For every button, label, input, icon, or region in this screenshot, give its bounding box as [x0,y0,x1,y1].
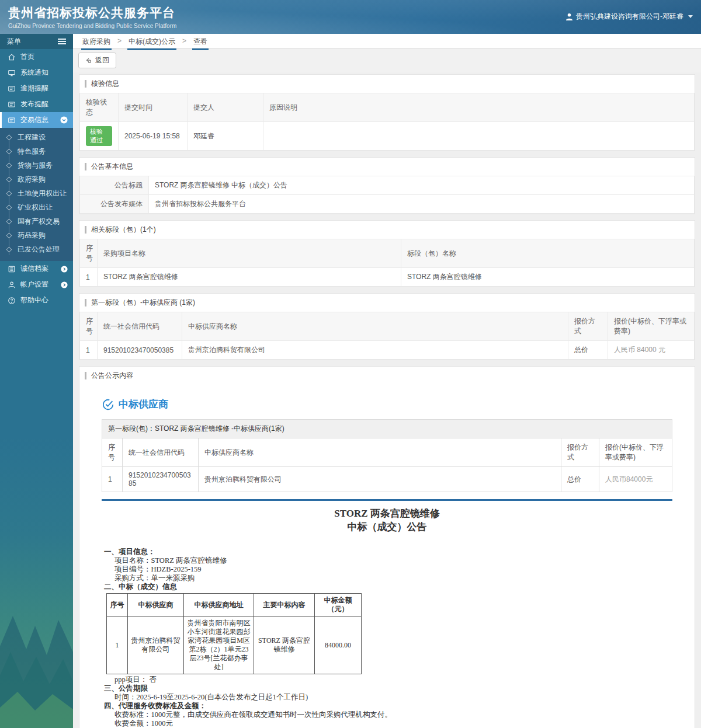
doc-line: 二、中标（成交）信息 [102,583,672,591]
supplier-name-cell: 贵州京泊腾科贸有限公司 [182,341,568,360]
blue-divider [102,499,672,501]
breadcrumb-gov-procurement[interactable]: 政府采购 [81,36,112,50]
section-title: 公告基本信息 [79,158,695,176]
sidebar-subitem-engineering[interactable]: 工程建设 [0,130,73,144]
sidebar-subitem-land-use[interactable]: 土地使用权出让 [0,186,73,200]
breadcrumb-award-notice[interactable]: 中标(成交)公示 [127,36,176,50]
doc-line: 项目名称：STORZ 两条宫腔镜维修 [102,556,672,565]
folder-icon [8,116,16,124]
chevron-right-circle-icon [61,266,68,273]
back-button[interactable]: 返回 [78,53,116,68]
sidebar-item-label: 逾期提醒 [20,83,48,93]
sidebar-item-credit-archive[interactable]: 诚信档案 [0,261,73,277]
user-menu[interactable]: 贵州弘典建设咨询有限公司-邓廷睿 [565,12,693,22]
breadcrumb-separator: > [117,36,122,45]
breadcrumb: 政府采购 > 中标(成交)公示 > 查看 [73,34,701,48]
sidebar-menu-header: 菜单 [0,34,73,49]
help-circle-icon [8,297,16,305]
main-content: 政府采购 > 中标(成交)公示 > 查看 返回 核验信息 核验状态 提交时间 提… [73,34,701,728]
credit-code-cell: 915201023470050385 [98,341,182,360]
col-credit-code: 统一社会信用代码 [123,438,199,467]
col-quote-value: 报价(中标价、下浮率或费率) [599,438,672,467]
user-icon [565,13,573,20]
sidebar-subitem-goods-services[interactable]: 货物与服务 [0,158,73,172]
title-bar-icon [85,226,86,234]
status-badge: 核验通过 [86,126,112,146]
doc-line: 项目编号：HDZB-2025-159 [102,565,672,574]
table-caption-row: 第一标段(包)：STORZ 两条宫腔镜维修 -中标供应商(1家) [102,420,672,438]
sidebar-subitem-special-services[interactable]: 特色服务 [0,144,73,158]
sidebar-item-label: 系统通知 [20,68,48,78]
sidebar-item-account-settings[interactable]: 帐户设置 [0,277,73,292]
sidebar-item-overdue-reminder[interactable]: 逾期提醒 [0,81,73,96]
title-bar-icon [85,80,86,88]
mountain-decoration [0,594,73,728]
col-project-name: 采购项目名称 [98,239,401,268]
quote-value-cell: 人民币84000元 [599,467,672,492]
title-bar-icon [85,372,86,379]
title-bar-icon [85,299,86,306]
quote-value-cell: 人民币 84000 元 [608,341,695,360]
award-info-table: 序号 中标供应商 中标供应商地址 主要中标内容 中标金额（元） 1 贵州京泊腾科… [106,593,362,674]
col-index: 序号 [80,312,98,341]
table-row: 1 STORZ 两条宫腔镜维修 STORZ 两条宫腔镜维修 [80,268,695,287]
sidebar-nav: 首页 系统通知 逾期提醒 发布提醒 交易信息 工程建设 特色服务 货物与服务 政… [0,49,73,308]
document-body: 一、项目信息： 项目名称：STORZ 两条宫腔镜维修 项目编号：HDZB-202… [102,548,672,728]
col-award-content: 主要中标内容 [254,594,315,616]
sidebar-subitem-state-property[interactable]: 国有产权交易 [0,214,73,228]
sidebar-item-publish-reminder[interactable]: 发布提醒 [0,96,73,112]
doc-line: 一、项目信息： [102,548,672,556]
breadcrumb-view[interactable]: 查看 [192,36,209,50]
verify-status-cell: 核验通过 [80,122,119,151]
hamburger-icon[interactable] [58,37,66,46]
sidebar-subitem-gov-procurement[interactable]: 政府采购 [0,172,73,186]
sidebar-item-label: 发布提醒 [20,99,48,109]
section-basic-info: 公告基本信息 公告标题 STORZ 两条宫腔镜维修 中标（成交）公告 公告发布媒… [79,157,695,214]
col-quote-method: 报价方式 [568,312,608,341]
page-subtitle: GuiZhou Province Tendering and Bidding P… [8,23,176,29]
table-header-row: 序号 统一社会信用代码 中标供应商名称 报价方式 报价(中标价、下浮率或费率) [102,438,672,467]
sidebar-subitem-published-notices[interactable]: 已发公告处理 [0,242,73,256]
section-title: 公告公示内容 [79,367,695,385]
verification-table: 核验状态 提交时间 提交人 原因说明 核验通过 2025-06-19 15:58… [79,93,695,151]
supplier-address-cell: 贵州省贵阳市南明区小车河街道花果园彭家湾花果园项目M区第2栋（2）1单元23层2… [184,616,254,674]
submit-time-cell: 2025-06-19 15:58 [119,122,188,151]
table-header-row: 序号 统一社会信用代码 中标供应商名称 报价方式 报价(中标价、下浮率或费率) [80,312,695,341]
col-verify-status: 核验状态 [80,93,119,122]
index-cell: 1 [102,467,123,492]
col-index: 序号 [107,594,128,616]
sidebar-item-label: 首页 [20,52,34,62]
section-title: 相关标段（包）(1个) [79,221,695,239]
lots-table: 序号 采购项目名称 标段（包）名称 1 STORZ 两条宫腔镜维修 STORZ … [79,239,695,287]
lot-caption: 第一标段(包)：STORZ 两条宫腔镜维修 -中标供应商(1家) [102,420,672,438]
doc-line: 收费标准：1000元整，由成交供应商在领取成交通知书时一次性向采购代理机构支付。 [102,710,672,719]
sidebar-item-notifications[interactable]: 系统通知 [0,65,73,81]
sidebar-item-home[interactable]: 首页 [0,49,73,65]
index-cell: 1 [107,616,128,674]
reason-cell [263,122,695,151]
doc-line: 时间：2025-6-19至2025-6-20(自本公告发布之日起1个工作日) [102,693,672,702]
home-icon [8,53,16,61]
publish-media-value: 贵州省招标投标公共服务平台 [149,195,695,214]
doc-line: 四、代理服务收费标准及金额： [102,702,672,710]
sidebar-item-help-center[interactable]: 帮助中心 [0,292,73,308]
sections: 核验信息 核验状态 提交时间 提交人 原因说明 核验通过 2025-06-19 … [73,72,701,728]
folder-icon [8,100,16,109]
quote-method-cell: 总价 [568,341,608,360]
sidebar-item-transaction-info[interactable]: 交易信息 [0,112,73,128]
announcement-winner-table: 第一标段(包)：STORZ 两条宫腔镜维修 -中标供应商(1家) 序号 统一社会… [102,419,672,492]
table-row: 核验通过 2025-06-19 15:58 邓廷睿 [80,122,695,151]
col-index: 序号 [80,239,98,268]
award-amount-cell: 84000.00 [315,616,362,674]
sidebar-subitem-mining-rights[interactable]: 矿业权出让 [0,200,73,214]
col-supplier-address: 中标供应商地址 [184,594,254,616]
sidebar-subitem-drug-procurement[interactable]: 药品采购 [0,228,73,242]
section-title-text: 公告公示内容 [91,371,133,381]
winner-table: 序号 统一社会信用代码 中标供应商名称 报价方式 报价(中标价、下浮率或费率) … [79,312,695,360]
document-title-line1: STORZ 两条宫腔镜维修 [102,507,672,520]
chevron-down-circle-icon [60,116,68,124]
section-title-text: 相关标段（包）(1个) [91,225,156,235]
col-submit-time: 提交时间 [119,93,188,122]
publish-media-label: 公告发布媒体 [80,195,149,214]
winner-supplier-heading: 中标供应商 [102,398,672,411]
